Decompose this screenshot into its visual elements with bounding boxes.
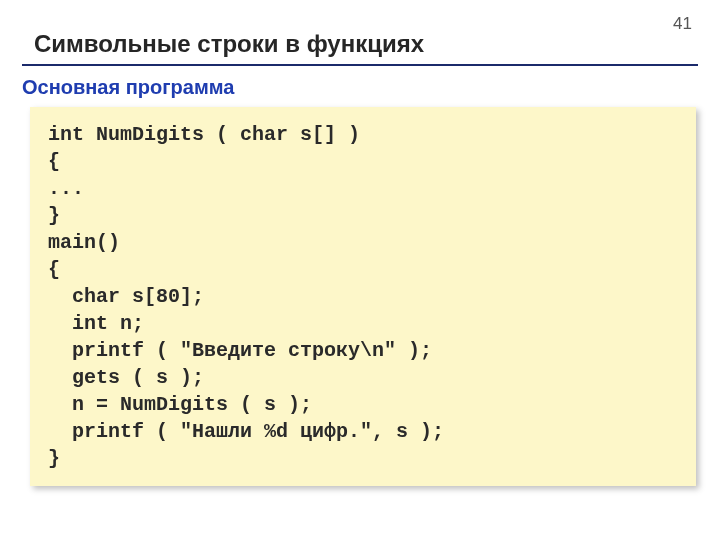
title-underline (22, 64, 698, 66)
code-box: int NumDigits ( char s[] ) { ... } main(… (30, 107, 696, 486)
section-subtitle: Основная программа (0, 76, 720, 105)
slide-title: Символьные строки в функциях (0, 0, 720, 64)
code-content: int NumDigits ( char s[] ) { ... } main(… (48, 121, 678, 472)
page-number: 41 (673, 14, 692, 34)
